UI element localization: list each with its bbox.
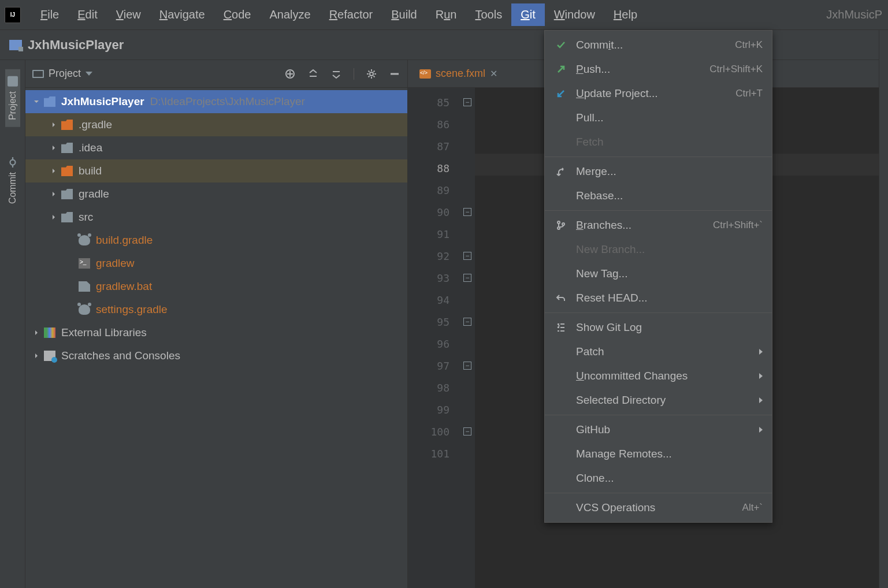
- menu-item-patch[interactable]: Patch: [545, 340, 772, 364]
- menu-view[interactable]: View: [107, 3, 150, 26]
- fold-toggle-icon[interactable]: −: [463, 98, 471, 106]
- fold-column[interactable]: −−−−−−−: [460, 88, 475, 588]
- menu-item-pull[interactable]: Pull...: [545, 106, 772, 130]
- line-number[interactable]: 101: [408, 442, 460, 464]
- tree-item[interactable]: gradle: [25, 183, 407, 206]
- menu-item-commit[interactable]: Commit...Ctrl+K: [545, 33, 772, 57]
- tree-item[interactable]: gradlew: [25, 252, 407, 275]
- expand-all-button[interactable]: [307, 68, 319, 80]
- menu-item-reset-head[interactable]: Reset HEAD...: [545, 286, 772, 310]
- line-number[interactable]: 93: [408, 267, 460, 289]
- close-tab-button[interactable]: ✕: [490, 68, 497, 79]
- fold-marker[interactable]: −: [460, 420, 475, 442]
- tree-item[interactable]: src: [25, 206, 407, 229]
- fold-toggle-icon[interactable]: −: [463, 252, 471, 260]
- fold-marker[interactable]: −: [460, 245, 475, 267]
- chevron-down-icon[interactable]: [86, 72, 92, 76]
- menu-item-branches[interactable]: Branches...Ctrl+Shift+`: [545, 213, 772, 237]
- fold-toggle-icon[interactable]: −: [463, 274, 471, 282]
- menu-git[interactable]: Git: [511, 3, 545, 26]
- fold-marker[interactable]: −: [460, 267, 475, 289]
- fold-marker[interactable]: −: [460, 355, 475, 377]
- line-number[interactable]: 98: [408, 377, 460, 399]
- menu-item-new-tag[interactable]: New Tag...: [545, 262, 772, 286]
- fold-toggle-icon[interactable]: −: [463, 427, 471, 436]
- menu-help[interactable]: Help: [604, 3, 647, 26]
- line-number[interactable]: 86: [408, 113, 460, 135]
- chevron-right-icon[interactable]: [50, 190, 58, 198]
- menu-file[interactable]: File: [31, 3, 68, 26]
- tree-item[interactable]: build.gradle: [25, 229, 407, 252]
- fold-marker[interactable]: −: [460, 201, 475, 223]
- chevron-right-icon[interactable]: [50, 213, 58, 221]
- menu-item-vcs-operations[interactable]: VCS OperationsAlt+`: [545, 496, 772, 520]
- menu-navigate[interactable]: Navigate: [150, 3, 214, 26]
- menu-item-manage-remotes[interactable]: Manage Remotes...: [545, 442, 772, 466]
- line-number[interactable]: 95: [408, 311, 460, 333]
- tree-scratches[interactable]: Scratches and Consoles: [25, 344, 407, 367]
- line-number[interactable]: 90: [408, 201, 460, 223]
- editor-tab[interactable]: scene.fxml ✕: [414, 60, 503, 87]
- toolstrip-tab-commit[interactable]: Commit: [5, 150, 20, 211]
- fold-marker[interactable]: [460, 135, 475, 157]
- fold-marker[interactable]: [460, 333, 475, 355]
- menu-build[interactable]: Build: [382, 3, 426, 26]
- fold-marker[interactable]: [460, 113, 475, 135]
- fold-marker[interactable]: [460, 399, 475, 420]
- line-number[interactable]: 87: [408, 135, 460, 157]
- fold-marker[interactable]: −: [460, 91, 475, 113]
- menu-item-github[interactable]: GitHub: [545, 418, 772, 442]
- line-number[interactable]: 89: [408, 179, 460, 201]
- menu-window[interactable]: Window: [545, 3, 604, 26]
- tree-item[interactable]: .gradle: [25, 113, 407, 136]
- project-name[interactable]: JxhMusicPlayer: [28, 38, 124, 53]
- hide-button[interactable]: [389, 68, 400, 80]
- menu-analyze[interactable]: Analyze: [260, 3, 319, 26]
- panel-title[interactable]: Project: [49, 68, 81, 80]
- line-number[interactable]: 99: [408, 399, 460, 420]
- tree-root-node[interactable]: JxhMusicPlayer D:\IdeaProjects\JxhMusicP…: [25, 90, 407, 113]
- menu-item-update-project[interactable]: Update Project...Ctrl+T: [545, 81, 772, 106]
- fold-toggle-icon[interactable]: −: [463, 318, 471, 326]
- tree-external-libraries[interactable]: External Libraries: [25, 321, 407, 344]
- collapse-all-button[interactable]: [330, 68, 342, 80]
- menu-item-selected-directory[interactable]: Selected Directory: [545, 388, 772, 412]
- tree-item[interactable]: settings.gradle: [25, 298, 407, 321]
- menu-item-merge[interactable]: Merge...: [545, 159, 772, 184]
- menu-item-uncommitted-changes[interactable]: Uncommitted Changes: [545, 364, 772, 388]
- menu-run[interactable]: Run: [426, 3, 466, 26]
- menu-code[interactable]: Code: [214, 3, 261, 26]
- tree-item[interactable]: gradlew.bat: [25, 275, 407, 298]
- chevron-right-icon[interactable]: [32, 329, 40, 337]
- tree-item[interactable]: build: [25, 159, 407, 183]
- line-number[interactable]: 91: [408, 223, 460, 245]
- editor-gutter[interactable]: 858687888990919293949596979899100101: [408, 88, 460, 588]
- menu-item-clone[interactable]: Clone...: [545, 466, 772, 490]
- fold-marker[interactable]: [460, 223, 475, 245]
- settings-button[interactable]: [366, 68, 377, 80]
- menu-tools[interactable]: Tools: [466, 3, 511, 26]
- fold-toggle-icon[interactable]: −: [463, 208, 471, 216]
- fold-marker[interactable]: [460, 179, 475, 201]
- menu-item-push[interactable]: Push...Ctrl+Shift+K: [545, 57, 772, 81]
- menu-item-show-git-log[interactable]: Show Git Log: [545, 315, 772, 340]
- chevron-down-icon[interactable]: [32, 98, 40, 106]
- menu-edit[interactable]: Edit: [68, 3, 106, 26]
- line-number[interactable]: 85: [408, 91, 460, 113]
- chevron-right-icon[interactable]: [50, 144, 58, 152]
- project-tree[interactable]: JxhMusicPlayer D:\IdeaProjects\JxhMusicP…: [25, 88, 407, 588]
- menu-refactor[interactable]: Refactor: [320, 3, 382, 26]
- line-number[interactable]: 88: [408, 157, 460, 179]
- menu-item-rebase[interactable]: Rebase...: [545, 184, 772, 208]
- chevron-right-icon[interactable]: [50, 167, 58, 175]
- fold-marker[interactable]: [460, 377, 475, 399]
- line-number[interactable]: 96: [408, 333, 460, 355]
- fold-toggle-icon[interactable]: −: [463, 362, 471, 370]
- chevron-right-icon[interactable]: [50, 121, 58, 129]
- tree-item[interactable]: .idea: [25, 136, 407, 159]
- line-number[interactable]: 100: [408, 420, 460, 442]
- fold-marker[interactable]: [460, 289, 475, 311]
- fold-marker[interactable]: [460, 157, 475, 179]
- line-number[interactable]: 92: [408, 245, 460, 267]
- fold-marker[interactable]: [460, 442, 475, 464]
